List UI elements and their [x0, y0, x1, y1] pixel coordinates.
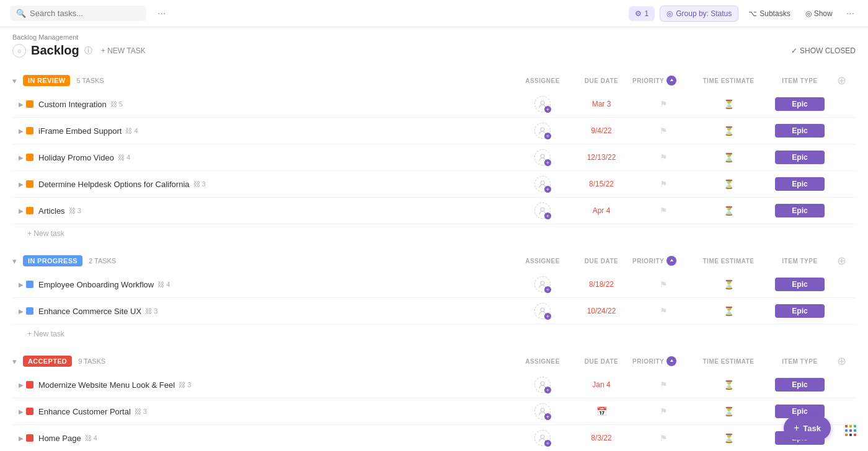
epic-badge[interactable]: Epic [775, 378, 825, 392]
task-expand-icon[interactable]: ▶ [19, 208, 24, 214]
search-input[interactable] [30, 9, 123, 18]
epic-badge[interactable]: Epic [775, 304, 825, 318]
priority-flag-icon[interactable]: ⚑ [660, 179, 668, 189]
new-task-button[interactable]: + NEW TASK [97, 45, 149, 57]
subtask-count[interactable]: ⛓ 3 [135, 408, 147, 415]
subtask-count[interactable]: ⛓ 4 [157, 281, 170, 288]
assignee-avatar[interactable]: + [534, 176, 551, 192]
epic-badge[interactable]: Epic [775, 151, 825, 164]
task-expand-icon[interactable]: ▶ [19, 435, 24, 442]
section-collapse-in-progress[interactable]: ▾ [12, 256, 17, 266]
section-collapse-in-review[interactable]: ▾ [12, 76, 17, 85]
assignee-avatar[interactable]: + [534, 377, 551, 393]
task-expand-icon[interactable]: ▶ [19, 308, 24, 315]
new-task-row[interactable]: + New task [12, 325, 856, 343]
priority-flag-icon[interactable]: ⚑ [660, 433, 668, 443]
table-row[interactable]: ▶ Custom Integration ⛓ 5 + Mar 3 [12, 91, 856, 118]
epic-badge[interactable]: Epic [775, 177, 825, 191]
show-button[interactable]: ◎ Show [800, 6, 838, 21]
assign-plus-icon[interactable]: + [544, 106, 551, 113]
more-options-icon[interactable]: ··· [154, 6, 169, 22]
subtask-count[interactable]: ⛓ 3 [193, 180, 206, 188]
table-row[interactable]: ▶ Determine Helpdesk Options for Califor… [12, 171, 856, 198]
priority-flag-icon[interactable]: ⚑ [660, 406, 668, 416]
assignee-avatar[interactable]: + [534, 403, 551, 419]
assign-plus-icon[interactable]: + [544, 286, 551, 293]
task-expand-icon[interactable]: ▶ [19, 408, 24, 415]
table-row[interactable]: ▶ Enhance Commerce Site UX ⛓ 3 + 10/2 [12, 298, 856, 325]
assign-plus-icon[interactable]: + [544, 133, 551, 139]
priority-sort-icon[interactable] [666, 76, 676, 85]
epic-badge[interactable]: Epic [775, 97, 825, 111]
search-area[interactable]: 🔍 [10, 6, 146, 21]
priority-flag-icon[interactable]: ⚑ [660, 99, 668, 109]
status-badge-in-progress[interactable]: IN PROGRESS [23, 255, 82, 266]
info-icon[interactable]: ⓘ [84, 45, 92, 56]
add-column-icon[interactable]: ⊕ [837, 255, 846, 267]
task-expand-icon[interactable]: ▶ [19, 181, 24, 188]
new-task-row[interactable]: + New task [12, 224, 856, 243]
assignee-avatar[interactable]: + [534, 149, 551, 165]
col-priority-header[interactable]: PRIORITY [632, 256, 694, 266]
priority-flag-icon[interactable]: ⚑ [660, 126, 668, 136]
subtasks-button[interactable]: ⌥ Subtasks [743, 6, 795, 21]
task-expand-icon[interactable]: ▶ [19, 281, 24, 288]
subtask-count[interactable]: ⛓ 5 [110, 100, 123, 108]
epic-badge[interactable]: Epic [775, 278, 825, 291]
add-task-fab[interactable]: + Task [784, 416, 831, 440]
assignee-avatar[interactable]: + [534, 276, 551, 292]
priority-sort-icon[interactable] [666, 256, 676, 266]
page-collapse-button[interactable]: ○ [12, 44, 26, 58]
show-closed-button[interactable]: ✓ SHOW CLOSED [791, 46, 856, 55]
table-row[interactable]: ▶ Employee Onboarding Workflow ⛓ 4 + [12, 271, 856, 298]
table-row[interactable]: ▶ Articles ⛓ 3 + Apr 4 [12, 198, 856, 224]
task-expand-icon[interactable]: ▶ [19, 128, 24, 134]
assignee-avatar[interactable]: + [534, 96, 551, 112]
topbar-more-dots[interactable]: ··· [843, 6, 858, 22]
table-row[interactable]: ▶ Home Page ⛓ 4 + 8/3/22 [12, 425, 856, 451]
subtask-count[interactable]: ⛓ 3 [179, 381, 191, 388]
section-collapse-accepted[interactable]: ▾ [12, 357, 17, 366]
subtask-count[interactable]: ⛓ 3 [69, 207, 81, 214]
table-row[interactable]: ▶ Enhance Customer Portal ⛓ 3 + 📅 [12, 398, 856, 425]
col-priority-header[interactable]: PRIORITY [632, 356, 694, 366]
priority-flag-icon[interactable]: ⚑ [660, 380, 668, 390]
assign-plus-icon[interactable]: + [544, 313, 551, 320]
subtask-count[interactable]: ⛓ 4 [85, 434, 97, 442]
epic-badge[interactable]: Epic [775, 124, 825, 138]
app-grid-icon[interactable] [843, 423, 858, 440]
status-badge-accepted[interactable]: ACCEPTED [23, 356, 72, 367]
task-expand-icon[interactable]: ▶ [19, 382, 24, 388]
add-column-icon[interactable]: ⊕ [837, 74, 846, 87]
epic-badge[interactable]: Epic [775, 204, 825, 217]
subtask-count[interactable]: ⛓ 3 [145, 307, 157, 315]
filter-button[interactable]: ⚙ 1 [629, 6, 655, 21]
priority-flag-icon[interactable]: ⚑ [660, 152, 668, 162]
col-priority-header[interactable]: PRIORITY [632, 76, 694, 85]
priority-sort-icon[interactable] [666, 356, 676, 366]
task-expand-icon[interactable]: ▶ [19, 154, 24, 161]
assign-plus-icon[interactable]: + [544, 387, 551, 393]
priority-flag-icon[interactable]: ⚑ [660, 206, 668, 216]
subtask-count[interactable]: ⛓ 4 [118, 154, 130, 161]
task-expand-icon[interactable]: ▶ [19, 101, 24, 108]
table-row[interactable]: ▶ iFrame Embed Support ⛓ 4 + 9/4/22 [12, 118, 856, 144]
table-row[interactable]: ▶ Holiday Promo Video ⛓ 4 + 12/13/22 [12, 144, 856, 171]
assignee-avatar[interactable]: + [534, 430, 551, 446]
table-row[interactable]: ▶ Modernize Website Menu Look & Feel ⛓ 3… [12, 372, 856, 398]
add-column-icon[interactable]: ⊕ [837, 355, 846, 367]
priority-flag-icon[interactable]: ⚑ [660, 279, 668, 289]
assign-plus-icon[interactable]: + [544, 440, 551, 447]
subtask-count[interactable]: ⛓ 4 [125, 127, 138, 134]
group-by-button[interactable]: ◎ Group by: Status [660, 6, 738, 22]
status-badge-in-review[interactable]: IN REVIEW [23, 75, 70, 86]
assignee-avatar[interactable]: + [534, 203, 551, 219]
assign-plus-icon[interactable]: + [544, 212, 551, 219]
assignee-avatar[interactable]: + [534, 303, 551, 319]
assign-plus-icon[interactable]: + [544, 186, 551, 193]
calendar-icon[interactable]: 📅 [596, 406, 607, 416]
assign-plus-icon[interactable]: + [544, 159, 551, 166]
assign-plus-icon[interactable]: + [544, 413, 551, 420]
priority-flag-icon[interactable]: ⚑ [660, 306, 668, 316]
assignee-avatar[interactable]: + [534, 123, 551, 139]
